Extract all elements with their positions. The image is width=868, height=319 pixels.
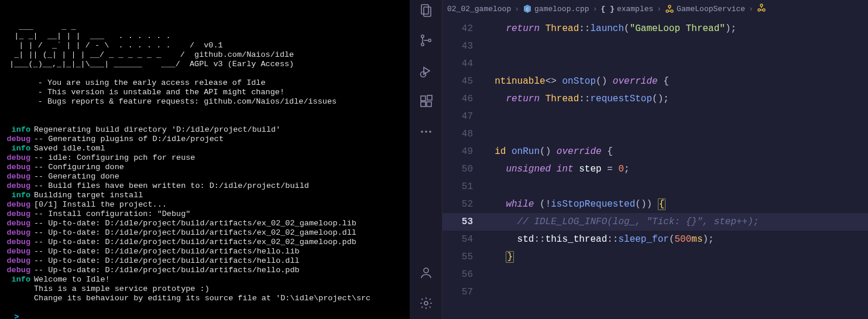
terminal-log-lines: infoRegenerating build directory 'D:/idl… [5,125,405,303]
svg-rect-1 [424,7,431,16]
code-text[interactable]: // IDLE_LOG_INFO(log_, "Tick: {}", step+… [483,213,868,231]
svg-rect-8 [421,102,426,107]
code-text[interactable]: id onRun() override { [483,143,868,160]
log-level: debug [5,163,30,172]
line-number: 57 [442,283,483,301]
line-number: 56 [442,266,483,283]
code-line[interactable]: 47 [442,108,868,125]
code-line[interactable]: 51 [442,178,868,195]
breadcrumb-label: GameLoopService [677,5,745,13]
breadcrumb-item[interactable]: 02_02_gameloop [447,5,511,13]
code-text[interactable]: std::this_thread::sleep_for(500ms); [483,231,868,248]
log-message: Regenerating build directory 'D:/idle/pr… [34,125,280,135]
terminal-log-line: infoSaved idle.toml [5,144,405,153]
code-text[interactable] [483,37,868,55]
source-control-icon[interactable] [418,33,434,48]
line-number: 53 [442,213,483,231]
breadcrumb-label: 02_02_gameloop [447,5,511,13]
log-level: debug [5,256,30,266]
line-number: 55 [442,248,483,266]
log-message: -- idle: Configuring pch for reuse [34,153,195,163]
code-text[interactable] [483,283,868,301]
code-line[interactable]: 48 [442,125,868,143]
explorer-icon[interactable] [418,2,434,18]
svg-point-15 [424,301,428,305]
code-lines[interactable]: 42 return Thread::launch("GameLoop Threa… [442,18,868,319]
more-icon[interactable] [418,124,434,139]
log-level: info [5,125,30,135]
breadcrumb[interactable]: 02_02_gameloop›Cgameloop.cpp›{ }examples… [442,0,868,18]
code-line[interactable]: 57 [442,283,868,301]
code-line[interactable]: 56 [442,266,868,283]
code-line[interactable]: 50 unsigned int step = 0; [442,160,868,178]
terminal-log-line: Change its behaviour by editing its sour… [5,294,405,303]
log-message: -- Generating plugins of D:/idle/project [34,135,224,144]
code-line[interactable]: 53 // IDLE_LOG_INFO(log_, "Tick: {}", st… [442,213,868,231]
code-text[interactable]: unsigned int step = 0; [483,160,868,178]
breadcrumb-separator: › [593,5,598,13]
log-message: -- Install configuration: "Debug" [34,210,190,219]
terminal-log-line: debug-- Up-to-date: D:/idle/project/buil… [5,238,405,247]
svg-point-6 [420,72,426,77]
code-line[interactable]: 49 id onRun() override { [442,143,868,160]
svg-point-11 [421,131,423,133]
breadcrumb-item[interactable]: GameLoopService [665,4,745,13]
svg-point-22 [763,9,765,11]
code-text[interactable] [483,108,868,125]
code-line[interactable]: 43 [442,37,868,55]
log-message: -- Configuring done [34,163,124,172]
code-text[interactable]: return Thread::requestStop(); [483,90,868,108]
debug-icon[interactable] [418,63,434,78]
terminal-pane[interactable]: ___ _ _ |_ _| __| | | ___ . . . . . . | … [0,0,410,319]
terminal-log-line: debug-- Up-to-date: D:/idle/project/buil… [5,256,405,266]
code-line[interactable]: 54 std::this_thread::sleep_for(500ms); [442,231,868,248]
account-icon[interactable] [418,265,434,280]
code-editor[interactable]: 02_02_gameloop›Cgameloop.cpp›{ }examples… [442,0,868,319]
svg-point-13 [429,131,431,133]
code-text[interactable] [483,266,868,283]
cpp-file-icon: C [523,4,532,13]
code-text[interactable]: return Thread::launch("GameLoop Thread")… [483,20,868,37]
log-level: info [5,144,30,153]
line-number: 51 [442,178,483,195]
line-number: 42 [442,20,483,37]
breadcrumb-item[interactable] [757,3,766,15]
svg-rect-9 [427,102,431,107]
terminal-prompt[interactable]: > [14,313,19,319]
code-text[interactable] [483,125,868,143]
log-level: info [5,275,30,284]
log-level [5,294,30,303]
code-text[interactable]: ntinuable<> onStop() override { [483,73,868,90]
line-number: 50 [442,160,483,178]
extensions-icon[interactable] [418,94,434,109]
breadcrumb-item[interactable]: Cgameloop.cpp [523,4,589,13]
gear-icon[interactable] [418,296,434,311]
line-number: 46 [442,90,483,108]
code-line[interactable]: 45 ntinuable<> onStop() override { [442,73,868,90]
breadcrumb-separator: › [749,5,753,13]
breadcrumb-item[interactable]: { }examples [601,5,653,13]
log-message: Building target install [34,191,143,200]
code-text[interactable]: } [483,248,868,266]
terminal-log-line: debug-- Build files have been written to… [5,181,405,191]
breadcrumb-label: gameloop.cpp [534,5,589,13]
log-level: debug [5,135,30,144]
code-line[interactable]: 42 return Thread::launch("GameLoop Threa… [442,20,868,37]
code-line[interactable]: 46 return Thread::requestStop(); [442,90,868,108]
code-text[interactable] [483,55,868,73]
code-line[interactable]: 44 [442,55,868,73]
svg-point-18 [666,10,668,12]
log-level: debug [5,247,30,256]
code-line[interactable]: 52 while (!isStopRequested()) { [442,195,868,213]
svg-point-14 [424,268,428,273]
code-text[interactable]: while (!isStopRequested()) { [483,195,868,213]
activity-bar [410,0,442,319]
terminal-log-line: This is a simple service prototype :) [5,284,405,294]
breadcrumb-label: examples [617,5,653,13]
code-text[interactable] [483,178,868,195]
class-icon [757,3,766,12]
log-level: debug [5,200,30,210]
log-level: debug [5,153,30,163]
code-line[interactable]: 55 } [442,248,868,266]
svg-text:C: C [526,7,529,12]
